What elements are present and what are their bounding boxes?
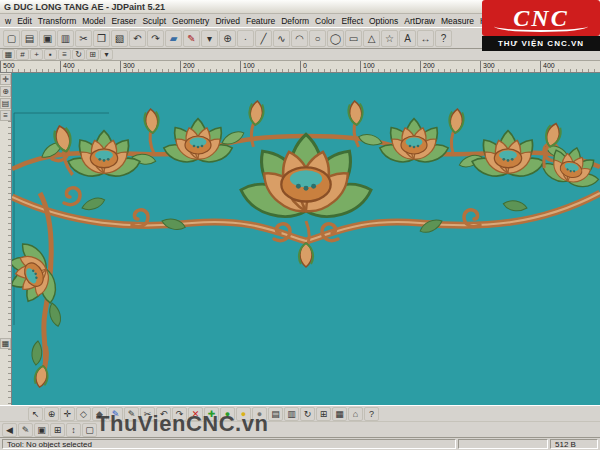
text-tool-icon[interactable]: A xyxy=(399,30,416,47)
grid2-icon[interactable]: ⊞ xyxy=(50,423,65,437)
menu-feature[interactable]: Feature xyxy=(243,16,278,26)
menu-drived[interactable]: Drived xyxy=(212,16,243,26)
curve-tool-icon[interactable]: ∿ xyxy=(273,30,290,47)
measure-tool-icon[interactable]: ↔ xyxy=(417,30,434,47)
layers-icon[interactable]: ≡ xyxy=(58,49,71,60)
menu-model[interactable]: Model xyxy=(79,16,108,26)
view-icon[interactable]: ▤ xyxy=(0,98,11,109)
home-icon[interactable]: ⌂ xyxy=(348,407,363,421)
grid-small-icon[interactable]: ⊞ xyxy=(316,407,331,421)
save-icon[interactable]: ▣ xyxy=(39,30,56,47)
status-bar: Tool: No object selected 512 B xyxy=(0,437,600,450)
open-icon[interactable]: ▤ xyxy=(21,30,38,47)
menu-eraser[interactable]: Eraser xyxy=(108,16,139,26)
cnc-logo-text: CNC xyxy=(513,5,568,32)
copy-icon[interactable]: ❐ xyxy=(93,30,110,47)
select-arrow-icon[interactable]: ↖ xyxy=(28,407,43,421)
circle-tool-icon[interactable]: ○ xyxy=(309,30,326,47)
refresh-small-icon[interactable]: ↻ xyxy=(300,407,315,421)
save-small-icon[interactable]: ▣ xyxy=(34,423,49,437)
more-dropdown-icon[interactable]: ▾ xyxy=(100,49,113,60)
ellipse-tool-icon[interactable]: ◯ xyxy=(327,30,344,47)
menu-deform[interactable]: Deform xyxy=(278,16,312,26)
redo-icon[interactable]: ↷ xyxy=(147,30,164,47)
point-tool-icon[interactable]: ∙ xyxy=(237,30,254,47)
zoom-icon[interactable]: ⊕ xyxy=(219,30,236,47)
run-icon[interactable]: ● xyxy=(220,407,235,421)
ruler-label: 0 xyxy=(300,61,360,72)
jdpaint-window: G DUC LONG TANG AE - JDPaint 5.21 wEditT… xyxy=(0,0,600,450)
annotate-icon[interactable]: ✎ xyxy=(18,423,33,437)
center-lotus xyxy=(237,134,376,224)
ruler-label: 300 xyxy=(120,61,180,72)
snap-icon[interactable]: # xyxy=(16,49,29,60)
pause-icon[interactable]: ● xyxy=(236,407,251,421)
trim-icon[interactable]: ✂ xyxy=(140,407,155,421)
menu-effect[interactable]: Effect xyxy=(338,16,366,26)
undo-small-icon[interactable]: ↶ xyxy=(156,407,171,421)
menu-artdraw[interactable]: ArtDraw xyxy=(401,16,438,26)
dropdown-arrow-icon[interactable]: ▾ xyxy=(201,30,218,47)
grid-icon[interactable]: ▦ xyxy=(2,49,15,60)
prev-page-icon[interactable]: ◀ xyxy=(2,423,17,437)
draw-pencil-icon[interactable]: ✎ xyxy=(124,407,139,421)
lock-icon[interactable]: ▪ xyxy=(44,49,57,60)
arc-tool-icon[interactable]: ◠ xyxy=(291,30,308,47)
menu-view[interactable]: w xyxy=(2,16,14,26)
horizontal-ruler: 5004003002001000100200300400 xyxy=(0,61,600,73)
ruler-label: 200 xyxy=(180,61,240,72)
help-small-icon[interactable]: ? xyxy=(364,407,379,421)
sheet-icon[interactable]: ▤ xyxy=(268,407,283,421)
menu-transform[interactable]: Transform xyxy=(35,16,79,26)
palette-icon[interactable]: ▦ xyxy=(0,338,11,349)
cut-icon[interactable]: ✂ xyxy=(75,30,92,47)
undo-icon[interactable]: ↶ xyxy=(129,30,146,47)
scroll-icon[interactable]: ↕ xyxy=(66,423,81,437)
node-filled-icon[interactable]: ◆ xyxy=(92,407,107,421)
redo-small-icon[interactable]: ↷ xyxy=(172,407,187,421)
window-title: G DUC LONG TANG AE - JDPaint 5.21 xyxy=(4,2,165,12)
help-tool-icon[interactable]: ? xyxy=(435,30,452,47)
node-icon[interactable]: ◇ xyxy=(76,407,91,421)
canvas[interactable] xyxy=(12,73,600,405)
status-message: Tool: No object selected xyxy=(2,439,456,449)
add-icon[interactable]: ✚ xyxy=(204,407,219,421)
guide-icon[interactable]: + xyxy=(30,49,43,60)
polygon-tool-icon[interactable]: △ xyxy=(363,30,380,47)
ruler-label: 100 xyxy=(240,61,300,72)
rect-tool-icon[interactable]: ▭ xyxy=(345,30,362,47)
stop-icon[interactable]: ● xyxy=(252,407,267,421)
menu-sculpt[interactable]: Sculpt xyxy=(139,16,169,26)
star-tool-icon[interactable]: ☆ xyxy=(381,30,398,47)
new-icon[interactable]: ▢ xyxy=(3,30,20,47)
blank-icon[interactable]: ▢ xyxy=(82,423,97,437)
left-toolbar: ✛⊕▤≡ ▦ xyxy=(0,73,12,405)
cnc-logo: CNC THƯ VIỆN CNC.VN xyxy=(482,0,600,51)
pen-icon[interactable]: ✎ xyxy=(183,30,200,47)
draw-blue-pencil-icon[interactable]: ✎ xyxy=(108,407,123,421)
work-area: ✛⊕▤≡ ▦ xyxy=(0,73,600,405)
menu-edit[interactable]: Edit xyxy=(14,16,35,26)
sheet-alt-icon[interactable]: ▥ xyxy=(284,407,299,421)
list-icon[interactable]: ≡ xyxy=(0,110,11,121)
menu-measure[interactable]: Measure xyxy=(438,16,477,26)
zoom-in-icon[interactable]: ⊕ xyxy=(0,86,11,97)
ruler-label: 500 xyxy=(0,61,60,72)
menu-options[interactable]: Options xyxy=(366,16,401,26)
status-size: 512 B xyxy=(550,439,598,449)
refresh-icon[interactable]: ↻ xyxy=(72,49,85,60)
table-icon[interactable]: ▦ xyxy=(332,407,347,421)
menu-color[interactable]: Color xyxy=(312,16,338,26)
move-node-icon[interactable]: ✛ xyxy=(60,407,75,421)
window-icon[interactable]: ⊞ xyxy=(86,49,99,60)
delete-icon[interactable]: ✕ xyxy=(188,407,203,421)
menu-geometry[interactable]: Geometry xyxy=(169,16,212,26)
pan-icon[interactable]: ✛ xyxy=(0,74,11,85)
line-tool-icon[interactable]: ╱ xyxy=(255,30,272,47)
fill-color-icon[interactable]: ▰ xyxy=(165,30,182,47)
ruler-label: 400 xyxy=(540,61,600,72)
print-icon[interactable]: ▥ xyxy=(57,30,74,47)
ruler-label: 100 xyxy=(360,61,420,72)
paste-icon[interactable]: ▧ xyxy=(111,30,128,47)
add-node-icon[interactable]: ⊕ xyxy=(44,407,59,421)
